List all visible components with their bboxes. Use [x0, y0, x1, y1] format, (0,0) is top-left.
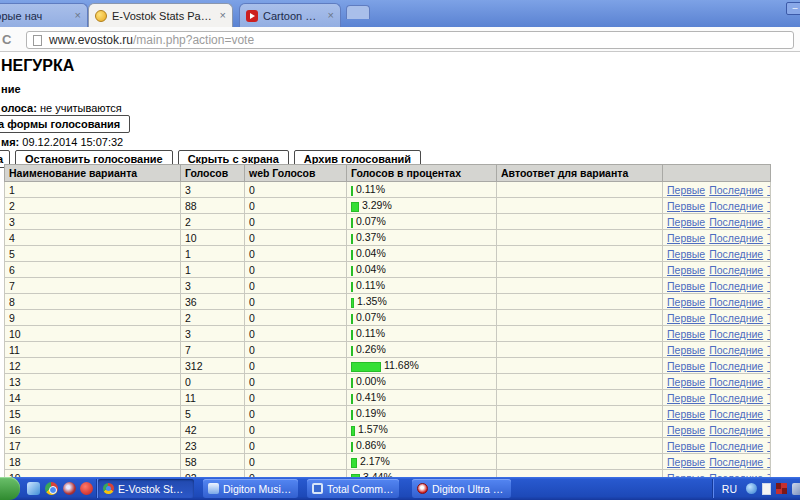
percent-value: 3.29% — [362, 199, 392, 211]
browser-tab-3[interactable]: Cartoon Network Amazone × — [239, 3, 341, 27]
row-link-first[interactable]: Первые — [667, 344, 705, 356]
row-link-last[interactable]: Последние — [709, 376, 763, 388]
row-link-first[interactable]: Первые — [667, 200, 705, 212]
row-link-last[interactable]: Последние — [709, 456, 763, 468]
row-link-last[interactable]: Последние — [709, 184, 763, 196]
row-link-last[interactable]: Последние — [709, 392, 763, 404]
tab-close-icon[interactable]: × — [220, 10, 226, 21]
row-link-first[interactable]: Первые — [667, 440, 705, 452]
browser-tab-2[interactable]: E-Vostok Stats Panel × — [88, 3, 233, 27]
taskbar-button-music-rotator[interactable]: Digiton Music Rotator — [203, 479, 298, 498]
row-link-last[interactable]: Последние — [709, 344, 763, 356]
row-link-first[interactable]: Первые — [667, 408, 705, 420]
cell-option-name: 16 — [5, 422, 181, 438]
row-link-top[interactable]: Топ — [767, 264, 770, 276]
row-link-top[interactable]: Топ — [767, 392, 770, 404]
row-link-first[interactable]: Первые — [667, 376, 705, 388]
row-link-first[interactable]: Первые — [667, 360, 705, 372]
row-link-top[interactable]: Топ — [767, 184, 770, 196]
row-link-last[interactable]: Последние — [709, 264, 763, 276]
tab-title: Cartoon Network Amazone — [263, 10, 323, 22]
cell-votes: 1 — [181, 262, 245, 278]
tray-edge-icon[interactable] — [792, 483, 800, 495]
row-link-top[interactable]: Топ — [767, 440, 770, 452]
row-link-first[interactable]: Первые — [667, 184, 705, 196]
taskbar-button-evostok[interactable]: E-Vostok Stats Panel ... — [98, 479, 194, 498]
url-host: www.evostok.ru — [49, 33, 133, 47]
row-link-top[interactable]: Топ — [767, 248, 770, 260]
row-link-last[interactable]: Последние — [709, 312, 763, 324]
row-link-last[interactable]: Последние — [709, 440, 763, 452]
row-link-first[interactable]: Первые — [667, 392, 705, 404]
taskbar-button-total-commander[interactable]: Total Commander 7.5... — [307, 479, 399, 498]
reload-icon[interactable]: C — [2, 32, 11, 47]
row-link-first[interactable]: Первые — [667, 328, 705, 340]
row-link-top[interactable]: Топ — [767, 296, 770, 308]
row-link-last[interactable]: Последние — [709, 328, 763, 340]
row-link-top[interactable]: Топ — [767, 216, 770, 228]
row-link-last[interactable]: Последние — [709, 216, 763, 228]
row-link-last[interactable]: Последние — [709, 424, 763, 436]
row-link-first[interactable]: Первые — [667, 248, 705, 260]
start-button[interactable] — [0, 477, 20, 500]
row-link-last[interactable]: Последние — [709, 296, 763, 308]
taskbar-button-label: Digiton Ultra - Главн... — [432, 483, 506, 495]
new-tab-button[interactable] — [346, 5, 370, 19]
row-link-first[interactable]: Первые — [667, 312, 705, 324]
quicklaunch-messenger-icon[interactable] — [27, 482, 40, 495]
cell-percent: 0.37% — [347, 230, 497, 246]
volume-icon[interactable] — [746, 483, 757, 494]
taskbar-button-digiton-ultra[interactable]: Digiton Ultra - Главн... — [412, 479, 511, 498]
row-link-top[interactable]: Топ — [767, 456, 770, 468]
percent-value: 1.57% — [358, 423, 388, 435]
cell-autoreply — [497, 262, 663, 278]
grid-tray-icon[interactable] — [776, 483, 787, 494]
row-link-first[interactable]: Первые — [667, 424, 705, 436]
row-link-top[interactable]: Топ — [767, 424, 770, 436]
cell-autoreply — [497, 230, 663, 246]
row-link-top[interactable]: Топ — [767, 344, 770, 356]
cell-web-votes: 0 — [245, 454, 347, 470]
cell-web-votes: 0 — [245, 342, 347, 358]
browser-tab-1[interactable]: ь книг, которые нач × — [0, 3, 88, 27]
row-link-first[interactable]: Первые — [667, 264, 705, 276]
language-indicator[interactable]: RU — [722, 483, 737, 495]
tab-close-icon[interactable]: × — [328, 10, 334, 21]
row-link-first[interactable]: Первые — [667, 456, 705, 468]
row-link-top[interactable]: Топ — [767, 328, 770, 340]
taskbar-button-label: Total Commander 7.5... — [327, 483, 394, 495]
row-link-top[interactable]: Топ — [767, 280, 770, 292]
row-link-last[interactable]: Последние — [709, 232, 763, 244]
quicklaunch-opera-icon[interactable] — [80, 482, 93, 495]
row-link-top[interactable]: Топ — [767, 376, 770, 388]
cell-percent: 1.35% — [347, 294, 497, 310]
cell-option-name: 7 — [5, 278, 181, 294]
minimize-button[interactable]: – — [786, 2, 800, 15]
form-code-button[interactable]: а формы голосования — [0, 115, 130, 133]
row-link-last[interactable]: Последние — [709, 360, 763, 372]
row-link-last[interactable]: Последние — [709, 408, 763, 420]
table-row: 28803.29%ПервыеПоследниеТоп — [5, 198, 771, 214]
row-link-first[interactable]: Первые — [667, 296, 705, 308]
cell-percent: 0.07% — [347, 214, 497, 230]
cell-option-name: 10 — [5, 326, 181, 342]
quicklaunch-chrome-icon[interactable] — [45, 482, 58, 495]
row-link-top[interactable]: Топ — [767, 232, 770, 244]
cell-option-name: 9 — [5, 310, 181, 326]
percent-bar — [351, 442, 353, 452]
row-link-first[interactable]: Первые — [667, 280, 705, 292]
tab-close-icon[interactable]: × — [75, 10, 81, 21]
row-link-last[interactable]: Последние — [709, 280, 763, 292]
row-link-first[interactable]: Первые — [667, 232, 705, 244]
cell-votes: 0 — [181, 374, 245, 390]
row-link-top[interactable]: Топ — [767, 200, 770, 212]
row-link-first[interactable]: Первые — [667, 216, 705, 228]
row-link-top[interactable]: Топ — [767, 360, 770, 372]
row-link-top[interactable]: Топ — [767, 408, 770, 420]
quicklaunch-browser-icon[interactable] — [63, 482, 76, 495]
row-link-last[interactable]: Последние — [709, 248, 763, 260]
document-tray-icon[interactable] — [762, 483, 771, 495]
address-bar[interactable]: www.evostok.ru/main.php?action=vote — [26, 31, 794, 49]
row-link-last[interactable]: Последние — [709, 200, 763, 212]
row-link-top[interactable]: Топ — [767, 312, 770, 324]
